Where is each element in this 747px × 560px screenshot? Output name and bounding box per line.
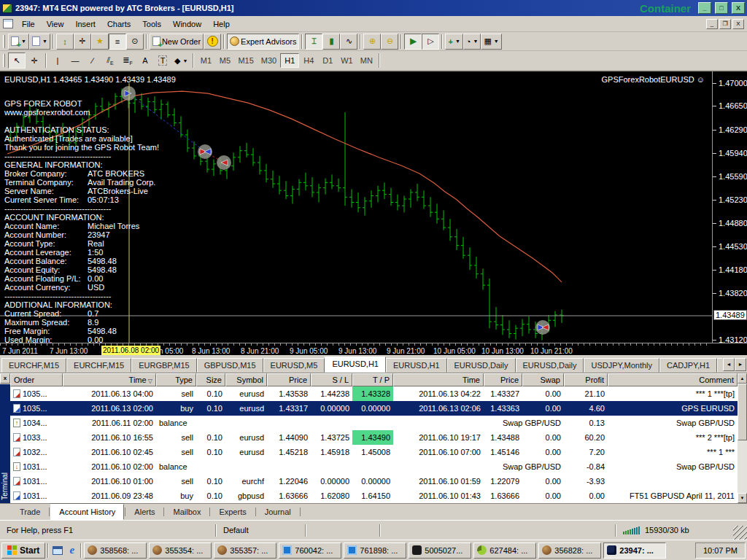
mdi-minimize-button[interactable]: _ xyxy=(706,19,718,29)
vertical-line-button[interactable]: | xyxy=(49,52,66,69)
timeframe-w1[interactable]: W1 xyxy=(337,53,357,68)
terminal-tab-experts[interactable]: Experts xyxy=(211,505,254,519)
profiles-button[interactable]: ▼ xyxy=(29,34,50,50)
column-header-s-l[interactable]: S / L xyxy=(311,373,352,386)
terminal-tab-trade[interactable]: Trade xyxy=(12,505,48,519)
toolbar-handle[interactable] xyxy=(3,54,5,67)
status-profile[interactable]: Default xyxy=(217,521,305,540)
task-button-627484[interactable]: 627484: ... xyxy=(473,542,536,559)
terminal-tab-mailbox[interactable]: Mailbox xyxy=(165,505,209,519)
bar-chart-button[interactable]: ⌶ xyxy=(305,34,322,50)
taskbar-clock[interactable]: 10:07 PM xyxy=(695,542,746,559)
scroll-up-icon[interactable]: ▲ xyxy=(738,373,747,384)
toolbar-handle[interactable] xyxy=(3,35,5,48)
scroll-down-icon[interactable]: ▼ xyxy=(738,493,747,503)
history-row[interactable]: ↓1031...2011.06.10 02:00balanceSwap GBP/… xyxy=(10,459,738,474)
column-header-comment[interactable]: Comment xyxy=(608,373,738,386)
new-order-button[interactable]: +New Order xyxy=(150,34,204,50)
column-header-profit[interactable]: Profit xyxy=(564,373,608,386)
chart-tab-usdjpy-monthly[interactable]: USDJPY,Monthly xyxy=(584,358,659,373)
mdi-restore-button[interactable]: ❐ xyxy=(719,19,731,29)
chart-tab-nzdus[interactable]: NZDUS xyxy=(717,358,722,373)
ie-icon[interactable]: e xyxy=(66,544,78,556)
history-row[interactable]: 1033...2011.06.10 16:55sell0.10eurusd1.4… xyxy=(10,430,738,445)
close-button[interactable]: X xyxy=(732,2,745,14)
price-axis[interactable]: 1.470001.466501.462901.459401.455901.452… xyxy=(712,71,747,343)
zoom-out-button[interactable]: ⊖ xyxy=(381,34,398,50)
menu-view[interactable]: View xyxy=(41,18,70,31)
fibonacci-button[interactable]: ≣F xyxy=(119,52,136,69)
text-label-button[interactable]: T xyxy=(154,52,171,69)
start-button[interactable]: Start xyxy=(1,542,45,559)
tabs-scroll-left-button[interactable]: ◄ xyxy=(723,358,735,371)
data-window-button[interactable]: ✛ xyxy=(74,34,91,50)
mdi-close-button[interactable]: X xyxy=(732,19,744,29)
crosshair-button[interactable]: ✛ xyxy=(26,52,43,69)
line-chart-button[interactable]: ∿ xyxy=(340,34,357,50)
task-button-356828[interactable]: 356828: ... xyxy=(538,542,601,559)
column-header-time[interactable]: Time ▽ xyxy=(63,373,156,386)
history-row[interactable]: 1035...2011.06.13 04:00sell0.10eurusd1.4… xyxy=(10,386,738,401)
task-button-760042[interactable]: 760042: ... xyxy=(279,542,341,559)
column-header-symbol[interactable]: Symbol xyxy=(225,373,267,386)
column-header-type[interactable]: Type xyxy=(156,373,196,386)
column-header-price[interactable]: Price xyxy=(267,373,311,386)
column-header-price[interactable]: Price xyxy=(484,373,522,386)
channel-button[interactable]: ⫽E xyxy=(101,52,119,69)
templates-button[interactable]: ▦▼ xyxy=(481,34,501,50)
history-row[interactable]: ↑1034...2011.06.11 02:00balanceSwap GBP/… xyxy=(10,416,738,430)
chart-tab-eurusd-h1[interactable]: EURUSD,H1 xyxy=(325,357,386,373)
timeframe-m15[interactable]: M15 xyxy=(234,53,257,68)
chart-window-icon[interactable] xyxy=(3,19,13,28)
scrollbar-thumb[interactable] xyxy=(738,384,747,440)
zoom-in-button[interactable]: ⊕ xyxy=(363,34,381,50)
chart-shift-button[interactable]: ▷ xyxy=(422,34,439,50)
terminal-button[interactable]: ≡ xyxy=(109,34,126,50)
maximize-button[interactable]: □ xyxy=(715,2,728,14)
menu-window[interactable]: Window xyxy=(167,18,207,31)
column-header-size[interactable]: Size xyxy=(196,373,225,386)
timeframe-m30[interactable]: M30 xyxy=(258,53,280,68)
trendline-button[interactable]: ∕ xyxy=(84,52,101,69)
market-watch-button[interactable]: ↕ xyxy=(56,34,74,50)
menu-insert[interactable]: Insert xyxy=(69,18,101,31)
chart-tab-eurusd-h1[interactable]: EURUSD,H1 xyxy=(386,358,447,373)
indicators-button[interactable]: +▼ xyxy=(445,34,462,50)
menu-charts[interactable]: Charts xyxy=(101,18,136,31)
task-button-355357[interactable]: 355357: ... xyxy=(214,542,276,559)
menu-help[interactable]: Help xyxy=(207,18,236,31)
timeframe-d1[interactable]: D1 xyxy=(318,53,337,68)
chart-tab-eurusd-daily[interactable]: EURUSD,Daily xyxy=(516,358,584,373)
terminal-close-button[interactable]: x xyxy=(0,373,10,384)
history-row[interactable]: 1035...2011.06.13 02:00buy0.10eurusd1.43… xyxy=(10,401,738,416)
resize-grip[interactable] xyxy=(733,526,747,540)
strategy-tester-button[interactable]: ⊙ xyxy=(126,34,144,50)
task-button-23947[interactable]: 23947: ... xyxy=(603,542,666,559)
terminal-tab-alerts[interactable]: Alerts xyxy=(126,505,163,519)
minimize-button[interactable]: _ xyxy=(698,2,711,14)
history-row[interactable]: 1031...2011.06.10 01:00sell0.10eurchf1.2… xyxy=(10,474,738,489)
task-button-355354[interactable]: 355354: ... xyxy=(149,542,212,559)
column-header-order[interactable]: Order xyxy=(10,373,63,386)
arrows-button[interactable]: ◆▼ xyxy=(171,52,190,69)
task-button-358568[interactable]: 358568: ... xyxy=(84,542,147,559)
time-axis[interactable]: 7 Jun 20117 Jun 13:00n 05:008 Jun 13:008… xyxy=(0,343,747,356)
text-button[interactable]: A xyxy=(136,52,154,69)
column-header-swap[interactable]: Swap xyxy=(522,373,564,386)
chart-tab-eurchf-m15[interactable]: EURCHF,M15 xyxy=(66,358,131,373)
chart-tab-cadjpy-h1[interactable]: CADJPY,H1 xyxy=(659,358,717,373)
column-header-time[interactable]: Time xyxy=(393,373,484,386)
horizontal-line-button[interactable]: — xyxy=(66,52,84,69)
history-row[interactable]: 1031...2011.06.09 23:48buy0.10gbpusd1.63… xyxy=(10,489,738,503)
timeframe-mn[interactable]: MN xyxy=(357,53,376,68)
table-scrollbar[interactable]: ▲ ▼ xyxy=(738,373,747,503)
timeframe-h1[interactable]: H1 xyxy=(280,53,299,68)
candlestick-button[interactable]: ▮ xyxy=(322,34,340,50)
auto-scroll-button[interactable]: ▶ xyxy=(404,34,422,50)
timeframe-h4[interactable]: H4 xyxy=(299,53,318,68)
column-header-t-p[interactable]: T / P xyxy=(352,373,393,386)
tabs-scroll-right-button[interactable]: ► xyxy=(735,358,746,371)
connection-status[interactable]: 15930/30 kb xyxy=(616,521,696,540)
task-button-761898[interactable]: 761898: ... xyxy=(344,542,406,559)
terminal-tab-account-history[interactable]: Account History xyxy=(50,504,124,520)
